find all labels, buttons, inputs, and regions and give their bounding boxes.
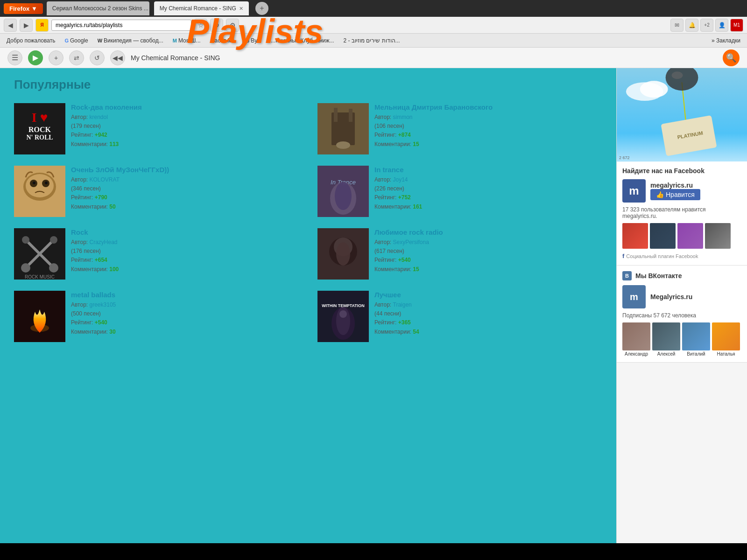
yandex-logo[interactable]: Я bbox=[35, 19, 49, 32]
vk-avatar-1 bbox=[622, 322, 650, 350]
playlist-author-7[interactable]: greek3105 bbox=[90, 301, 116, 308]
playlist-grid: I ♥ ROCK N' ROLL Rock-два поколения Авто… bbox=[14, 103, 602, 342]
tab-close-mcr[interactable]: ✕ bbox=[239, 6, 243, 12]
fb-avatar-4 bbox=[705, 223, 731, 249]
tab-mcr[interactable]: My Chemical Romance - SING ✕ bbox=[154, 1, 249, 15]
bookmark-kniga[interactable]: ...Книжный Клуб. Книж... bbox=[268, 36, 337, 45]
user-icon[interactable]: 👤 bbox=[715, 19, 728, 32]
bookmark-google[interactable]: G Google bbox=[62, 36, 91, 45]
address-bar[interactable] bbox=[51, 20, 191, 31]
repeat-button[interactable]: ↺ bbox=[90, 50, 105, 65]
playlist-title-5[interactable]: Rock bbox=[71, 228, 299, 236]
playlist-thumbnail-3 bbox=[14, 166, 65, 217]
svg-point-14 bbox=[33, 182, 35, 184]
fb-user-count: 17 323 пользователям нравится megalyrics… bbox=[622, 206, 741, 219]
bookmark-wikipedia[interactable]: W Википедия — свобод... bbox=[95, 36, 166, 45]
svg-point-43 bbox=[672, 71, 683, 79]
vk-avatar-4 bbox=[712, 322, 740, 350]
playlist-title-6[interactable]: Любимое rock radio bbox=[374, 228, 602, 236]
playlist-author-1[interactable]: krendol bbox=[90, 114, 108, 120]
search-button[interactable]: 🔍 bbox=[723, 49, 740, 66]
fb-logo-icon: m bbox=[622, 179, 646, 203]
svg-point-26 bbox=[50, 236, 57, 244]
bookmark-vy[interactable]: ...в Ву... bbox=[239, 36, 264, 45]
browser-chrome: Firefox ▼ Сериал Молокососы 2 сезон Skin… bbox=[0, 0, 747, 68]
playlist-meta-3: Автор: KOLOVRAT (346 песен) Рейтинг: +79… bbox=[71, 175, 299, 211]
notification-icon[interactable]: 🔔 bbox=[685, 19, 698, 32]
playlist-meta-4: Автор: Joy14 (226 песен) Рейтинг: +752 К… bbox=[374, 175, 602, 211]
playlist-title-1[interactable]: Rock-два поколения bbox=[71, 103, 299, 111]
bookmark-astya[interactable]: ...астя М bbox=[207, 36, 235, 45]
new-tab-button[interactable]: + bbox=[255, 2, 268, 15]
vk-avatar-item-2: Алексей bbox=[652, 322, 680, 357]
playlist-author-2[interactable]: simmon bbox=[393, 114, 413, 120]
vk-user-name-3: Виталий bbox=[687, 351, 705, 357]
plus2-badge[interactable]: +2 bbox=[700, 19, 713, 32]
list-item: Мельница Дмитрия Барановского Автор: sim… bbox=[317, 103, 602, 154]
m1-icon[interactable]: M1 bbox=[730, 19, 743, 32]
now-playing-text: My Chemical Romance - SING bbox=[131, 54, 717, 62]
svg-point-25 bbox=[22, 236, 29, 244]
playlist-thumbnail-2 bbox=[317, 103, 369, 154]
playlist-author-8[interactable]: Traigen bbox=[393, 301, 412, 308]
playlist-thumbnail-8: WITHIN TEMPTATION bbox=[317, 291, 369, 342]
settings-icon[interactable]: ⚙ bbox=[226, 19, 239, 32]
svg-text:N' ROLL: N' ROLL bbox=[26, 134, 53, 141]
playlist-thumbnail-6 bbox=[317, 228, 369, 280]
playlist-info-5: Rock Автор: CrazyHead (176 песен) Рейтин… bbox=[71, 228, 299, 274]
bookmark-hebrew[interactable]: 2 - הודות שירים מוזיוב... bbox=[341, 36, 403, 45]
playlist-thumbnail-1: I ♥ ROCK N' ROLL bbox=[14, 103, 65, 154]
playlist-author-4[interactable]: Joy14 bbox=[393, 176, 408, 183]
vk-avatar-item-1: Александр bbox=[622, 322, 650, 357]
playlist-thumbnail-7 bbox=[14, 291, 65, 342]
playlist-title-3[interactable]: ОченЬ ЗлОй МуЗонЧеГГхD)) bbox=[71, 166, 299, 174]
playlist-author-5[interactable]: CrazyHead bbox=[90, 239, 118, 245]
playlist-meta-2: Автор: simmon (106 песен) Рейтинг: +874 … bbox=[374, 113, 602, 149]
bookmark-more[interactable]: » Закладки bbox=[709, 36, 743, 45]
mail-icon[interactable]: ✉ bbox=[670, 19, 684, 32]
fb-avatar-2 bbox=[650, 223, 676, 249]
playlist-meta-8: Автор: Traigen (44 песни) Рейтинг: +365 … bbox=[374, 301, 602, 336]
playlist-meta-6: Автор: SexyPersifona (617 песен) Рейтинг… bbox=[374, 238, 602, 274]
bookmark-welcome[interactable]: Добро пожаловать bbox=[4, 36, 58, 45]
playlist-meta-7: Автор: greek3105 (500 песен) Рейтинг: +5… bbox=[71, 301, 299, 336]
svg-text:ROCK MUSIC: ROCK MUSIC bbox=[25, 274, 55, 280]
playlist-title-2[interactable]: Мельница Дмитрия Барановского bbox=[374, 103, 602, 111]
playlist-title-4[interactable]: In trance bbox=[374, 166, 602, 174]
back-button[interactable]: ◀ bbox=[4, 19, 17, 32]
list-item: ОченЬ ЗлОй МуЗонЧеГГхD)) Автор: KOLOVRAT… bbox=[14, 166, 299, 217]
vk-avatar-2 bbox=[652, 322, 680, 350]
menu-button[interactable]: ☰ bbox=[7, 50, 22, 65]
svg-rect-6 bbox=[334, 108, 338, 122]
nav-bar: ◀ ▶ Я ☆ ↻ ⚙ Playlists ✉ 🔔 +2 👤 M1 bbox=[0, 17, 747, 34]
playlist-title-8[interactable]: Лучшее bbox=[374, 291, 602, 299]
playlist-author-6[interactable]: SexyPersifona bbox=[393, 239, 429, 245]
svg-point-15 bbox=[45, 182, 48, 184]
list-item: Любимое rock radio Автор: SexyPersifona … bbox=[317, 228, 602, 280]
playlist-meta-1: Автор: krendol (179 песен) Рейтинг: +942… bbox=[71, 113, 299, 149]
refresh-button[interactable]: ↻ bbox=[210, 19, 223, 32]
fb-logo-row: m megalyrics.ru 👍 Нравится bbox=[622, 179, 741, 203]
tab-serials[interactable]: Сериал Молокососы 2 сезон Skins ... ✕ bbox=[47, 1, 149, 15]
playlist-info-6: Любимое rock radio Автор: SexyPersifona … bbox=[374, 228, 602, 274]
playlist-author-3[interactable]: KOLOVRAT bbox=[90, 176, 120, 183]
add-button[interactable]: + bbox=[49, 50, 63, 65]
vk-avatar-3 bbox=[682, 322, 710, 350]
firefox-menu-button[interactable]: Firefox ▼ bbox=[4, 3, 43, 14]
svg-rect-7 bbox=[349, 109, 352, 122]
ad-banner[interactable]: PLATINUM 2 672 bbox=[617, 68, 747, 161]
vk-icon: B bbox=[622, 271, 632, 280]
play-button[interactable]: ▶ bbox=[28, 50, 43, 65]
svg-text:I ♥: I ♥ bbox=[32, 110, 48, 125]
shuffle-button[interactable]: ⇄ bbox=[69, 50, 84, 65]
vk-user-name-1: Александр bbox=[625, 351, 648, 357]
bookmark-star[interactable]: ☆ bbox=[194, 19, 207, 32]
fb-avatar-3 bbox=[677, 223, 703, 249]
playlist-info-3: ОченЬ ЗлОй МуЗонЧеГГхD)) Автор: KOLOVRAT… bbox=[71, 166, 299, 211]
rewind-button[interactable]: ◀◀ bbox=[110, 50, 125, 65]
playlist-title-7[interactable]: metal ballads bbox=[71, 291, 299, 299]
playlist-info-2: Мельница Дмитрия Барановского Автор: sim… bbox=[374, 103, 602, 149]
bookmark-moya[interactable]: М Моя Ш... bbox=[170, 36, 204, 45]
fb-like-button[interactable]: 👍 Нравится bbox=[650, 189, 700, 200]
forward-button[interactable]: ▶ bbox=[20, 19, 33, 32]
